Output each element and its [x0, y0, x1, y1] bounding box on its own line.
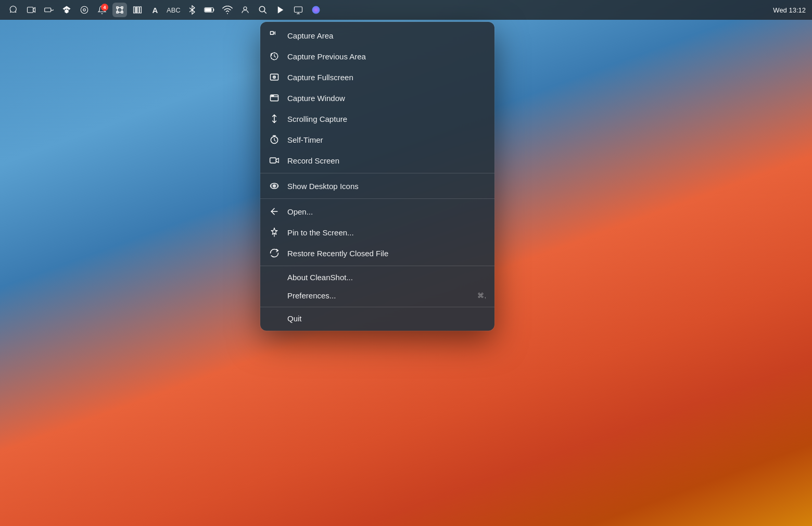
record-screen-label: Record Screen	[287, 156, 339, 165]
spotlight-search-icon[interactable]	[256, 3, 270, 17]
show-desktop-icons-label: Show Desktop Icons	[287, 182, 359, 191]
svg-rect-37	[270, 158, 276, 163]
menu-item-self-timer[interactable]: Self-Timer	[260, 129, 494, 150]
capture-area-label: Capture Area	[287, 31, 333, 40]
menu-item-capture-previous-area[interactable]: Capture Previous Area	[260, 46, 494, 67]
svg-rect-9	[136, 7, 137, 13]
pin-to-screen-icon	[269, 227, 280, 238]
open-label: Open...	[287, 207, 313, 216]
show-desktop-icons-icon	[269, 180, 280, 192]
menu-item-capture-window[interactable]: Capture Window	[260, 87, 494, 108]
svg-point-33	[272, 95, 273, 96]
display-settings-icon[interactable]	[291, 3, 306, 17]
quit-label: Quit	[287, 314, 302, 323]
battery-monitor-icon[interactable]	[42, 3, 56, 17]
svg-point-3	[83, 9, 86, 11]
svg-point-2	[81, 6, 88, 14]
cleanshot-active-icon[interactable]	[112, 3, 127, 17]
menu-item-preferences[interactable]: Preferences... ⌘,	[260, 286, 494, 305]
play-media-icon[interactable]	[273, 3, 288, 17]
menu-item-open[interactable]: Open...	[260, 201, 494, 222]
svg-line-18	[264, 11, 267, 14]
cleanshot-dropdown-menu: Capture Area Capture Previous Area Captu…	[260, 22, 494, 331]
svg-rect-11	[140, 7, 142, 13]
battery-status-icon[interactable]	[202, 3, 217, 17]
menu-item-record-screen[interactable]: Record Screen	[260, 150, 494, 171]
separator-1	[260, 173, 494, 173]
font-a-icon[interactable]: A	[148, 3, 162, 17]
about-label: About CleanShot...	[287, 273, 353, 282]
menu-item-capture-fullscreen[interactable]: Capture Fullscreen	[260, 67, 494, 87]
barcode-icon[interactable]	[130, 3, 145, 17]
wifi-icon[interactable]	[220, 3, 235, 17]
svg-point-16	[244, 7, 247, 10]
svg-point-34	[273, 95, 274, 96]
screenium-icon[interactable]	[77, 3, 92, 17]
separator-2	[260, 198, 494, 199]
svg-rect-15	[205, 8, 211, 12]
menubar: 4 A ABC	[0, 0, 812, 20]
user-account-icon[interactable]	[238, 3, 252, 17]
notification-badge: 4	[101, 4, 108, 11]
capture-area-icon	[269, 30, 280, 41]
svg-rect-24	[271, 32, 274, 35]
separator-4	[260, 307, 494, 307]
svg-rect-1	[45, 8, 51, 12]
menu-item-quit[interactable]: Quit	[260, 309, 494, 328]
pin-to-screen-label: Pin to the Screen...	[287, 228, 354, 237]
abc-text: ABC	[166, 3, 182, 17]
capture-fullscreen-label: Capture Fullscreen	[287, 73, 353, 82]
svg-point-23	[312, 6, 320, 14]
menubar-right: Wed 13:12	[769, 6, 806, 14]
menu-item-restore-recently-closed[interactable]: Restore Recently Closed File	[260, 243, 494, 264]
self-timer-label: Self-Timer	[287, 135, 323, 144]
capture-window-label: Capture Window	[287, 94, 345, 103]
svg-rect-20	[294, 7, 302, 12]
menu-item-about[interactable]: About CleanShot...	[260, 268, 494, 286]
record-screen-icon	[269, 155, 280, 166]
restore-icon	[269, 247, 280, 259]
scrolling-capture-icon	[269, 113, 280, 124]
menu-item-pin-to-screen[interactable]: Pin to the Screen...	[260, 222, 494, 243]
fox-icon[interactable]	[6, 3, 21, 17]
notification-bell-icon[interactable]: 4	[95, 3, 109, 17]
capture-previous-area-icon	[269, 51, 280, 62]
capture-previous-area-label: Capture Previous Area	[287, 52, 366, 61]
separator-3	[260, 266, 494, 266]
scrolling-capture-label: Scrolling Capture	[287, 115, 347, 123]
bluetooth-icon[interactable]	[185, 3, 199, 17]
capture-fullscreen-icon	[269, 71, 280, 83]
svg-rect-0	[28, 7, 33, 13]
preferences-label: Preferences...	[287, 291, 336, 300]
svg-point-40	[274, 185, 275, 186]
menu-item-scrolling-capture[interactable]: Scrolling Capture	[260, 108, 494, 129]
svg-rect-10	[137, 7, 139, 13]
svg-marker-19	[277, 6, 283, 14]
open-icon	[269, 206, 280, 217]
preferences-shortcut: ⌘,	[477, 292, 486, 299]
menu-item-show-desktop-icons[interactable]: Show Desktop Icons	[260, 176, 494, 196]
svg-point-30	[274, 77, 275, 78]
menu-item-capture-area[interactable]: Capture Area	[260, 25, 494, 46]
restore-recently-closed-label: Restore Recently Closed File	[287, 249, 388, 258]
capture-window-icon	[269, 92, 280, 104]
self-timer-icon	[269, 134, 280, 145]
menubar-left-icons: 4 A ABC	[6, 3, 769, 17]
menubar-time: Wed 13:12	[773, 6, 806, 14]
svg-point-17	[259, 6, 265, 12]
facetime-icon[interactable]	[24, 3, 39, 17]
dropbox-icon[interactable]	[59, 3, 74, 17]
svg-rect-8	[134, 7, 135, 13]
siri-icon[interactable]	[309, 3, 323, 17]
